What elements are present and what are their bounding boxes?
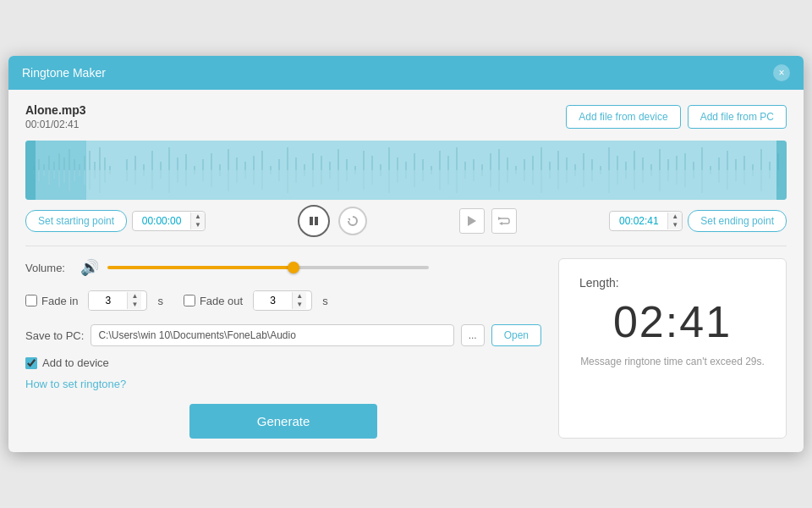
start-time-up[interactable]: ▲ [191,213,205,221]
fade-in-s: s [157,295,163,307]
close-button[interactable]: × [773,64,790,81]
start-time-input: ▲ ▼ [132,211,206,231]
left-handle[interactable] [25,141,36,200]
fade-in-spinner: ▲ ▼ [88,290,147,311]
loop-icon [498,216,510,226]
end-time-down[interactable]: ▼ [668,221,682,229]
file-time: 00:01/02:41 [25,119,86,130]
file-buttons: Add file from device Add file from PC [566,105,787,129]
svg-rect-188 [310,217,313,225]
how-to-link[interactable]: How to set ringtone? [25,378,541,390]
set-ending-button[interactable]: Set ending point [688,210,787,232]
save-row: Save to PC: ... Open [25,324,541,346]
volume-slider[interactable] [107,266,429,269]
fade-in-down[interactable]: ▼ [128,301,141,309]
controls-row: Set starting point ▲ ▼ [25,200,787,246]
start-control: Set starting point ▲ ▼ [25,210,206,232]
main-window: Ringtone Maker × Alone.mp3 00:01/02:41 A… [8,56,804,452]
fade-in-spinners: ▲ ▼ [127,292,141,309]
fade-out-down[interactable]: ▼ [293,301,306,309]
open-button[interactable]: Open [491,324,541,346]
start-time-spinners: ▲ ▼ [190,213,205,229]
length-value: 02:41 [613,296,732,347]
end-time-field[interactable] [610,212,667,230]
secondary-controls [459,208,517,234]
volume-thumb[interactable] [288,262,299,273]
title-bar: Ringtone Maker × [8,56,804,90]
save-path-input[interactable] [91,324,453,346]
replay-button[interactable] [338,207,367,235]
end-control: ▲ ▼ Set ending point [609,210,787,232]
add-from-device-button[interactable]: Add file from device [566,105,680,129]
loop-button[interactable] [491,208,517,234]
fade-out-spinners: ▲ ▼ [292,292,306,309]
fade-out-spinner: ▲ ▼ [253,290,312,311]
set-starting-button[interactable]: Set starting point [25,210,127,232]
length-panel: Length: 02:41 Message ringtone time can'… [558,258,787,439]
fade-in-label: Fade in [41,295,78,307]
fade-out-group: Fade out [184,295,243,307]
svg-marker-193 [499,222,502,225]
left-section: Volume: 🔊 Fade in ▲ [25,258,541,439]
window-title: Ringtone Maker [22,66,106,80]
waveform[interactable] [25,141,787,200]
add-from-pc-button[interactable]: Add file from PC [688,105,787,129]
add-device-row: Add to device [25,356,541,369]
pause-icon [308,215,320,227]
replay-icon [347,215,359,227]
playback-controls [298,205,367,237]
volume-icon: 🔊 [80,258,99,277]
file-info: Alone.mp3 00:01/02:41 [25,103,86,130]
fade-row: Fade in ▲ ▼ s Fade out [25,290,541,311]
length-label: Length: [579,276,619,290]
waveform-svg [25,141,787,200]
fade-in-checkbox[interactable] [25,295,37,306]
fade-out-checkbox[interactable] [184,295,195,306]
play-button[interactable] [459,208,485,234]
end-time-input: ▲ ▼ [609,211,683,231]
generate-button[interactable]: Generate [189,404,378,439]
svg-rect-189 [315,217,318,225]
start-time-down[interactable]: ▼ [191,221,205,229]
volume-label: Volume: [25,262,72,274]
generate-row: Generate [25,404,541,439]
fade-out-value[interactable] [254,291,292,310]
file-name: Alone.mp3 [25,103,86,117]
right-handle[interactable] [776,141,787,200]
start-time-field[interactable] [133,212,190,230]
bottom-section: Volume: 🔊 Fade in ▲ [25,258,787,439]
fade-in-up[interactable]: ▲ [128,292,141,301]
fade-in-value[interactable] [89,291,127,310]
length-note: Message ringtone time can't exceed 29s. [580,356,765,367]
fade-in-group: Fade in [25,295,78,307]
svg-marker-190 [348,218,350,221]
end-time-up[interactable]: ▲ [668,213,682,221]
fade-out-s: s [322,295,328,307]
browse-button[interactable]: ... [461,324,485,346]
pause-button[interactable] [298,205,330,237]
volume-row: Volume: 🔊 [25,258,541,277]
svg-marker-191 [468,216,476,226]
play-icon [468,216,476,226]
add-device-label: Add to device [42,356,109,369]
svg-marker-192 [498,217,502,220]
content-area: Alone.mp3 00:01/02:41 Add file from devi… [8,90,804,452]
add-device-checkbox[interactable] [25,357,37,369]
fade-out-up[interactable]: ▲ [293,292,306,301]
save-label: Save to PC: [25,329,84,342]
fade-out-label: Fade out [200,295,243,307]
file-header: Alone.mp3 00:01/02:41 Add file from devi… [25,103,787,130]
end-time-spinners: ▲ ▼ [667,213,682,229]
